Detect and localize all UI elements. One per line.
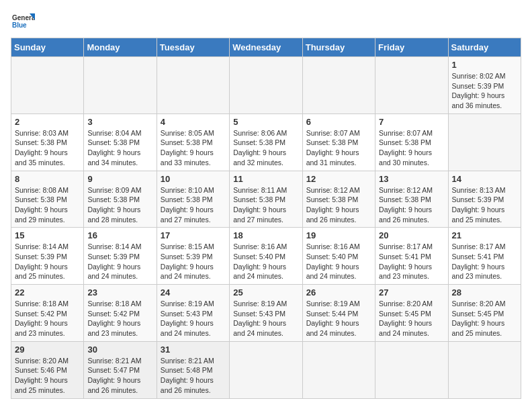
weekday-header-thursday: Thursday (302, 38, 375, 57)
calendar-day-3: 3Sunrise: 8:04 AMSunset: 5:38 PMDaylight… (84, 113, 157, 171)
weekday-header-row: SundayMondayTuesdayWednesdayThursdayFrid… (11, 38, 521, 57)
day-number: 2 (15, 117, 80, 127)
calendar-day-17: 17Sunrise: 8:15 AMSunset: 5:39 PMDayligh… (157, 228, 229, 285)
day-number: 18 (233, 230, 298, 240)
day-number: 7 (379, 117, 444, 127)
day-number: 27 (379, 287, 444, 298)
day-info: Sunrise: 8:16 AMSunset: 5:40 PMDaylight:… (306, 242, 371, 281)
day-info: Sunrise: 8:16 AMSunset: 5:40 PMDaylight:… (233, 242, 298, 281)
day-number: 31 (161, 345, 226, 355)
day-info: Sunrise: 8:12 AMSunset: 5:38 PMDaylight:… (306, 185, 371, 225)
calendar-day-23: 23Sunrise: 8:18 AMSunset: 5:42 PMDayligh… (84, 285, 157, 342)
calendar-week-4: 15Sunrise: 8:14 AMSunset: 5:39 PMDayligh… (11, 228, 521, 285)
day-info: Sunrise: 8:05 AMSunset: 5:38 PMDaylight:… (161, 128, 226, 168)
empty-cell (448, 113, 521, 171)
day-info: Sunrise: 8:19 AMSunset: 5:43 PMDaylight:… (161, 299, 226, 338)
day-number: 12 (306, 174, 371, 184)
day-info: Sunrise: 8:12 AMSunset: 5:38 PMDaylight:… (379, 185, 444, 225)
weekday-header-tuesday: Tuesday (157, 38, 229, 57)
day-info: Sunrise: 8:15 AMSunset: 5:39 PMDaylight:… (161, 242, 226, 281)
calendar-day-22: 22Sunrise: 8:18 AMSunset: 5:42 PMDayligh… (11, 285, 84, 342)
calendar-day-27: 27Sunrise: 8:20 AMSunset: 5:45 PMDayligh… (375, 285, 448, 342)
calendar-day-24: 24Sunrise: 8:19 AMSunset: 5:43 PMDayligh… (157, 285, 229, 342)
day-number: 21 (452, 230, 517, 240)
calendar-week-3: 8Sunrise: 8:08 AMSunset: 5:38 PMDaylight… (11, 171, 521, 228)
calendar-week-5: 22Sunrise: 8:18 AMSunset: 5:42 PMDayligh… (11, 285, 521, 342)
day-info: Sunrise: 8:20 AMSunset: 5:45 PMDaylight:… (452, 299, 517, 338)
day-info: Sunrise: 8:19 AMSunset: 5:44 PMDaylight:… (306, 299, 371, 338)
calendar-day-7: 7Sunrise: 8:07 AMSunset: 5:38 PMDaylight… (375, 113, 448, 171)
day-number: 14 (452, 174, 517, 184)
day-info: Sunrise: 8:14 AMSunset: 5:39 PMDaylight:… (87, 242, 152, 281)
day-number: 20 (379, 230, 444, 240)
day-number: 11 (233, 174, 298, 184)
day-info: Sunrise: 8:21 AMSunset: 5:47 PMDaylight:… (87, 356, 152, 396)
day-info: Sunrise: 8:21 AMSunset: 5:48 PMDaylight:… (161, 356, 226, 396)
day-number: 4 (161, 117, 226, 127)
day-info: Sunrise: 8:13 AMSunset: 5:39 PMDaylight:… (452, 185, 517, 225)
calendar-day-31: 31Sunrise: 8:21 AMSunset: 5:48 PMDayligh… (157, 341, 229, 398)
calendar-day-9: 9Sunrise: 8:09 AMSunset: 5:38 PMDaylight… (84, 171, 157, 228)
calendar-day-1: 1Sunrise: 8:02 AMSunset: 5:39 PMDaylight… (448, 57, 521, 114)
day-number: 26 (306, 287, 371, 298)
calendar-week-6: 29Sunrise: 8:20 AMSunset: 5:46 PMDayligh… (11, 341, 521, 398)
day-number: 29 (15, 345, 80, 355)
day-number: 8 (15, 174, 80, 184)
day-info: Sunrise: 8:20 AMSunset: 5:46 PMDaylight:… (15, 356, 80, 396)
day-info: Sunrise: 8:06 AMSunset: 5:38 PMDaylight:… (233, 128, 298, 168)
day-number: 22 (15, 287, 80, 298)
calendar-day-4: 4Sunrise: 8:05 AMSunset: 5:38 PMDaylight… (157, 113, 229, 171)
empty-cell (375, 57, 448, 114)
day-number: 9 (87, 174, 152, 184)
day-info: Sunrise: 8:18 AMSunset: 5:42 PMDaylight:… (87, 299, 152, 338)
calendar-day-15: 15Sunrise: 8:14 AMSunset: 5:39 PMDayligh… (11, 228, 84, 285)
empty-cell (84, 57, 157, 114)
weekday-header-wednesday: Wednesday (230, 38, 302, 57)
day-info: Sunrise: 8:07 AMSunset: 5:38 PMDaylight:… (306, 128, 371, 168)
day-number: 13 (379, 174, 444, 184)
calendar-day-12: 12Sunrise: 8:12 AMSunset: 5:38 PMDayligh… (302, 171, 375, 228)
svg-text:Blue: Blue (12, 21, 27, 29)
day-info: Sunrise: 8:18 AMSunset: 5:42 PMDaylight:… (15, 299, 80, 338)
calendar-day-14: 14Sunrise: 8:13 AMSunset: 5:39 PMDayligh… (448, 171, 521, 228)
day-info: Sunrise: 8:07 AMSunset: 5:38 PMDaylight:… (379, 128, 444, 168)
calendar-day-5: 5Sunrise: 8:06 AMSunset: 5:38 PMDaylight… (230, 113, 302, 171)
day-number: 6 (306, 117, 371, 127)
day-number: 23 (87, 287, 152, 298)
calendar-day-26: 26Sunrise: 8:19 AMSunset: 5:44 PMDayligh… (302, 285, 375, 342)
calendar-table: SundayMondayTuesdayWednesdayThursdayFrid… (11, 38, 521, 399)
logo-icon: General Blue (11, 11, 35, 30)
calendar-day-28: 28Sunrise: 8:20 AMSunset: 5:45 PMDayligh… (448, 285, 521, 342)
day-info: Sunrise: 8:14 AMSunset: 5:39 PMDaylight:… (15, 242, 80, 281)
calendar-day-6: 6Sunrise: 8:07 AMSunset: 5:38 PMDaylight… (302, 113, 375, 171)
calendar-day-8: 8Sunrise: 8:08 AMSunset: 5:38 PMDaylight… (11, 171, 84, 228)
weekday-header-monday: Monday (84, 38, 157, 57)
day-info: Sunrise: 8:09 AMSunset: 5:38 PMDaylight:… (87, 185, 152, 225)
day-info: Sunrise: 8:02 AMSunset: 5:39 PMDaylight:… (452, 71, 517, 111)
day-number: 10 (161, 174, 226, 184)
day-info: Sunrise: 8:10 AMSunset: 5:38 PMDaylight:… (161, 185, 226, 225)
calendar-day-29: 29Sunrise: 8:20 AMSunset: 5:46 PMDayligh… (11, 341, 84, 398)
calendar-day-25: 25Sunrise: 8:19 AMSunset: 5:43 PMDayligh… (230, 285, 302, 342)
day-number: 17 (161, 230, 226, 240)
calendar-week-1: 1Sunrise: 8:02 AMSunset: 5:39 PMDaylight… (11, 57, 521, 114)
day-info: Sunrise: 8:20 AMSunset: 5:45 PMDaylight:… (379, 299, 444, 338)
empty-cell (375, 341, 448, 398)
day-number: 25 (233, 287, 298, 298)
day-number: 30 (87, 345, 152, 355)
calendar-day-21: 21Sunrise: 8:17 AMSunset: 5:41 PMDayligh… (448, 228, 521, 285)
day-number: 1 (452, 60, 517, 70)
day-info: Sunrise: 8:11 AMSunset: 5:38 PMDaylight:… (233, 185, 298, 225)
calendar-day-2: 2Sunrise: 8:03 AMSunset: 5:38 PMDaylight… (11, 113, 84, 171)
calendar-day-16: 16Sunrise: 8:14 AMSunset: 5:39 PMDayligh… (84, 228, 157, 285)
day-number: 16 (87, 230, 152, 240)
day-info: Sunrise: 8:19 AMSunset: 5:43 PMDaylight:… (233, 299, 298, 338)
header: General Blue (11, 11, 521, 30)
day-info: Sunrise: 8:17 AMSunset: 5:41 PMDaylight:… (379, 242, 444, 281)
day-number: 24 (161, 287, 226, 298)
day-info: Sunrise: 8:08 AMSunset: 5:38 PMDaylight:… (15, 185, 80, 225)
logo: General Blue (11, 11, 38, 30)
weekday-header-friday: Friday (375, 38, 448, 57)
day-number: 5 (233, 117, 298, 127)
day-number: 15 (15, 230, 80, 240)
